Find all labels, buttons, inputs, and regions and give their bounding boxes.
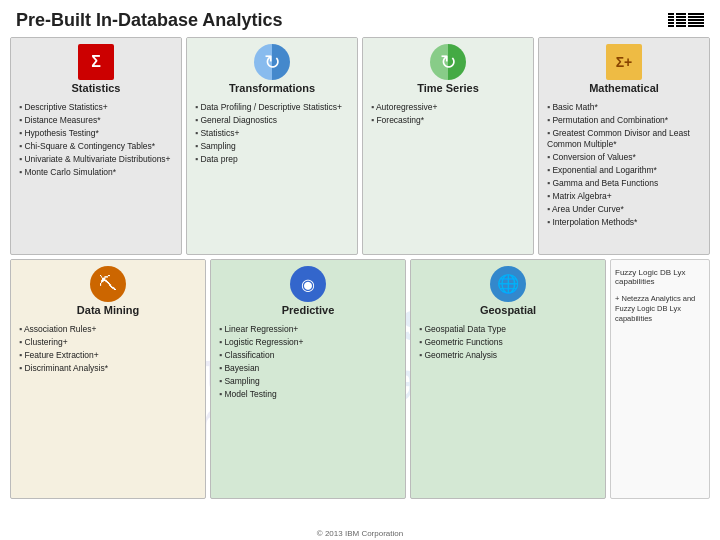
timeseries-content: Autoregressive+ Forecasting* bbox=[363, 100, 533, 254]
geospatial-header: 🌐 Geospatial bbox=[411, 260, 605, 322]
copyright-text: © 2013 IBM Corporation bbox=[317, 529, 403, 538]
transformations-header: ↻ Transformations bbox=[187, 38, 357, 100]
datamining-title: Data Mining bbox=[77, 304, 139, 316]
main-grid: Σ Statistics Descriptive Statistics+ Dis… bbox=[0, 37, 720, 527]
svg-rect-9 bbox=[676, 25, 686, 27]
panel-statistics: Σ Statistics Descriptive Statistics+ Dis… bbox=[10, 37, 182, 255]
list-item: Chi-Square & Contingency Tables* bbox=[19, 141, 173, 152]
list-item: Basic Math* bbox=[547, 102, 701, 113]
list-item: Conversion of Values* bbox=[547, 152, 701, 163]
predictive-header: ◉ Predictive bbox=[211, 260, 405, 322]
top-row: Σ Statistics Descriptive Statistics+ Dis… bbox=[10, 37, 710, 255]
svg-rect-8 bbox=[676, 22, 686, 24]
right-sidebar: Fuzzy Logic DB Lyx capabilities + Netezz… bbox=[610, 259, 710, 499]
list-item: Interpolation Methods* bbox=[547, 217, 701, 228]
header: Pre-Built In-Database Analytics bbox=[0, 0, 720, 37]
list-item: Descriptive Statistics+ bbox=[19, 102, 173, 113]
sidebar-fuzzy-label: Fuzzy Logic DB Lyx capabilities bbox=[615, 268, 705, 286]
list-item: Data Profiling / Descriptive Statistics+ bbox=[195, 102, 349, 113]
datamining-icon: ⛏ bbox=[90, 266, 126, 302]
ibm-logo-icon bbox=[668, 13, 704, 29]
list-item: Statistics+ bbox=[195, 128, 349, 139]
list-item: Linear Regression+ bbox=[219, 324, 397, 335]
statistics-icon: Σ bbox=[78, 44, 114, 80]
list-item: Geospatial Data Type bbox=[419, 324, 597, 335]
predictive-icon: ◉ bbox=[290, 266, 326, 302]
page-title: Pre-Built In-Database Analytics bbox=[16, 10, 282, 31]
geospatial-content: Geospatial Data Type Geometric Functions… bbox=[411, 322, 605, 498]
list-item: Monte Carlo Simulation* bbox=[19, 167, 173, 178]
svg-rect-0 bbox=[668, 13, 674, 15]
panel-transformations: ↻ Transformations Data Profiling / Descr… bbox=[186, 37, 358, 255]
list-item: Model Testing bbox=[219, 389, 397, 400]
list-item: Hypothesis Testing* bbox=[19, 128, 173, 139]
panel-timeseries: ↻ Time Series Autoregressive+ Forecastin… bbox=[362, 37, 534, 255]
statistics-title: Statistics bbox=[72, 82, 121, 94]
panel-mathematical: Σ+ Mathematical Basic Math* Permutation … bbox=[538, 37, 710, 255]
list-item: Sampling bbox=[219, 376, 397, 387]
list-item: Autoregressive+ bbox=[371, 102, 525, 113]
svg-rect-12 bbox=[688, 19, 704, 21]
list-item: Forecasting* bbox=[371, 115, 525, 126]
list-item: Classification bbox=[219, 350, 397, 361]
predictive-content: Linear Regression+ Logistic Regression+ … bbox=[211, 322, 405, 498]
bottom-row: smart mar ftwa insi two rks sma arte ⛏ D… bbox=[10, 259, 710, 499]
list-item: Geometric Analysis bbox=[419, 350, 597, 361]
svg-rect-11 bbox=[688, 16, 704, 18]
datamining-header: ⛏ Data Mining bbox=[11, 260, 205, 322]
geospatial-title: Geospatial bbox=[480, 304, 536, 316]
list-item: Distance Measures* bbox=[19, 115, 173, 126]
list-item: Association Rules+ bbox=[19, 324, 197, 335]
transformations-title: Transformations bbox=[229, 82, 315, 94]
svg-rect-7 bbox=[676, 19, 686, 21]
footer: © 2013 IBM Corporation bbox=[0, 527, 720, 538]
panel-geospatial: 🌐 Geospatial Geospatial Data Type Geomet… bbox=[410, 259, 606, 499]
sidebar-netezza-label: + Netezza Analytics and Fuzzy Logic DB L… bbox=[615, 294, 705, 323]
mathematical-title: Mathematical bbox=[589, 82, 659, 94]
list-item: Geometric Functions bbox=[419, 337, 597, 348]
svg-rect-4 bbox=[668, 25, 674, 27]
list-item: Feature Extraction+ bbox=[19, 350, 197, 361]
list-item: Clustering+ bbox=[19, 337, 197, 348]
svg-rect-14 bbox=[688, 25, 704, 27]
list-item: Univariate & Multivariate Distributions+ bbox=[19, 154, 173, 165]
statistics-content: Descriptive Statistics+ Distance Measure… bbox=[11, 100, 181, 254]
list-item: Matrix Algebra+ bbox=[547, 191, 701, 202]
sidebar-fuzzy-item: Fuzzy Logic DB Lyx capabilities bbox=[615, 268, 705, 286]
list-item: Gamma and Beta Functions bbox=[547, 178, 701, 189]
svg-rect-2 bbox=[668, 19, 674, 21]
datamining-content: Association Rules+ Clustering+ Feature E… bbox=[11, 322, 205, 498]
mathematical-content: Basic Math* Permutation and Combination*… bbox=[539, 100, 709, 254]
list-item: Discriminant Analysis* bbox=[19, 363, 197, 374]
list-item: Greatest Common Divisor and Least Common… bbox=[547, 128, 701, 150]
panel-predictive: ◉ Predictive Linear Regression+ Logistic… bbox=[210, 259, 406, 499]
transformations-content: Data Profiling / Descriptive Statistics+… bbox=[187, 100, 357, 254]
list-item: Area Under Curve* bbox=[547, 204, 701, 215]
geospatial-icon: 🌐 bbox=[490, 266, 526, 302]
svg-rect-6 bbox=[676, 16, 686, 18]
svg-rect-13 bbox=[688, 22, 704, 24]
list-item: Sampling bbox=[195, 141, 349, 152]
sidebar-netezza-item: + Netezza Analytics and Fuzzy Logic DB L… bbox=[615, 294, 705, 323]
list-item: Exponential and Logarithm* bbox=[547, 165, 701, 176]
svg-rect-1 bbox=[668, 16, 674, 18]
svg-rect-10 bbox=[688, 13, 704, 15]
list-item: Bayesian bbox=[219, 363, 397, 374]
list-item: General Diagnostics bbox=[195, 115, 349, 126]
predictive-title: Predictive bbox=[282, 304, 335, 316]
timeseries-header: ↻ Time Series bbox=[363, 38, 533, 100]
svg-rect-5 bbox=[676, 13, 686, 15]
list-item: Permutation and Combination* bbox=[547, 115, 701, 126]
timeseries-icon: ↻ bbox=[430, 44, 466, 80]
svg-rect-3 bbox=[668, 22, 674, 24]
list-item: Logistic Regression+ bbox=[219, 337, 397, 348]
timeseries-title: Time Series bbox=[417, 82, 479, 94]
transformations-icon: ↻ bbox=[254, 44, 290, 80]
page: Pre-Built In-Database Analytics bbox=[0, 0, 720, 540]
panel-datamining: ⛏ Data Mining Association Rules+ Cluster… bbox=[10, 259, 206, 499]
mathematical-header: Σ+ Mathematical bbox=[539, 38, 709, 100]
statistics-header: Σ Statistics bbox=[11, 38, 181, 100]
mathematical-icon: Σ+ bbox=[606, 44, 642, 80]
list-item: Data prep bbox=[195, 154, 349, 165]
